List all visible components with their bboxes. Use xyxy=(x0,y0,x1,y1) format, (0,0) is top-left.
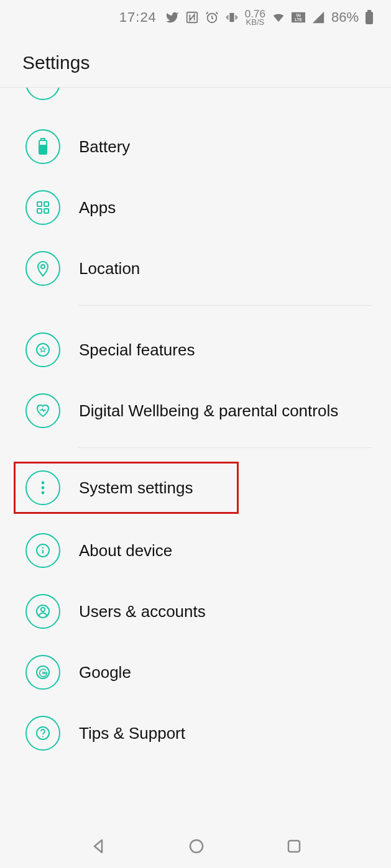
help-icon xyxy=(25,716,60,751)
wifi-icon xyxy=(272,11,285,24)
battery-icon xyxy=(365,10,374,25)
network-speed: 0.76 KB/S xyxy=(245,9,265,26)
settings-item-label: Users & accounts xyxy=(79,602,206,621)
alarm-icon xyxy=(205,11,219,24)
star-badge-icon xyxy=(25,332,60,367)
svg-point-18 xyxy=(42,482,45,485)
svg-rect-29 xyxy=(288,841,300,852)
user-icon xyxy=(25,594,60,629)
svg-point-20 xyxy=(42,491,45,495)
settings-list: Battery Apps Location Special features xyxy=(0,88,391,764)
settings-item-label: Location xyxy=(79,259,140,278)
nav-home-button[interactable] xyxy=(188,838,205,855)
svg-point-8 xyxy=(26,88,60,99)
svg-point-19 xyxy=(42,487,45,490)
settings-item-label: Digital Wellbeing & parental controls xyxy=(79,401,338,421)
svg-rect-10 xyxy=(41,139,45,140)
previous-item-peek xyxy=(0,88,391,103)
vibrate-icon xyxy=(225,11,239,24)
settings-item-label: Special features xyxy=(79,340,195,360)
settings-item-special-features[interactable]: Special features xyxy=(0,319,391,380)
settings-item-system-settings[interactable]: System settings xyxy=(14,462,239,514)
svg-point-28 xyxy=(190,840,203,852)
signal-icon xyxy=(311,11,325,24)
settings-item-about-device[interactable]: About device xyxy=(0,520,391,581)
svg-rect-7 xyxy=(367,10,371,12)
nfc-icon xyxy=(185,11,199,24)
settings-item-label: Google xyxy=(79,663,131,682)
settings-item-label: Apps xyxy=(79,198,116,217)
svg-rect-2 xyxy=(229,13,234,22)
settings-item-google[interactable]: Google xyxy=(0,642,391,703)
twitter-icon xyxy=(165,11,179,24)
status-time: 17:24 xyxy=(119,9,157,25)
settings-item-location[interactable]: Location xyxy=(0,238,391,299)
settings-item-label: System settings xyxy=(79,478,193,498)
google-icon xyxy=(25,655,60,690)
svg-rect-12 xyxy=(37,202,42,206)
more-vertical-icon xyxy=(25,470,60,505)
settings-item-digital-wellbeing[interactable]: Digital Wellbeing & parental controls xyxy=(0,380,391,441)
location-icon xyxy=(25,251,60,286)
svg-point-17 xyxy=(37,344,49,356)
settings-header: Settings xyxy=(0,35,391,88)
svg-point-22 xyxy=(42,547,44,548)
svg-rect-14 xyxy=(37,209,42,213)
info-icon xyxy=(25,533,60,568)
volte-icon: VoLTE xyxy=(292,12,305,23)
svg-point-27 xyxy=(42,736,44,738)
battery-icon xyxy=(25,129,60,164)
settings-item-users-accounts[interactable]: Users & accounts xyxy=(0,581,391,642)
svg-rect-13 xyxy=(44,202,48,206)
battery-percent: 86% xyxy=(331,9,359,25)
nav-recent-button[interactable] xyxy=(286,838,302,854)
svg-rect-15 xyxy=(44,209,48,213)
settings-item-label: Battery xyxy=(79,137,130,157)
navigation-bar xyxy=(0,825,391,868)
status-bar: 17:24 0.76 KB/S VoLTE 86% xyxy=(0,0,391,35)
page-title: Settings xyxy=(22,52,369,73)
settings-item-apps[interactable]: Apps xyxy=(0,177,391,238)
svg-point-24 xyxy=(41,608,45,611)
settings-item-label: About device xyxy=(79,541,172,560)
settings-item-label: Tips & Support xyxy=(79,724,185,743)
nav-back-button[interactable] xyxy=(90,838,107,855)
svg-rect-6 xyxy=(366,12,373,24)
svg-rect-11 xyxy=(40,145,45,153)
svg-text:LTE: LTE xyxy=(295,17,302,22)
svg-point-16 xyxy=(41,265,45,268)
svg-text:Vo: Vo xyxy=(296,13,301,17)
heart-icon xyxy=(25,393,60,428)
settings-item-battery[interactable]: Battery xyxy=(0,116,391,177)
apps-icon xyxy=(25,190,60,225)
settings-item-tips-support[interactable]: Tips & Support xyxy=(0,703,391,764)
